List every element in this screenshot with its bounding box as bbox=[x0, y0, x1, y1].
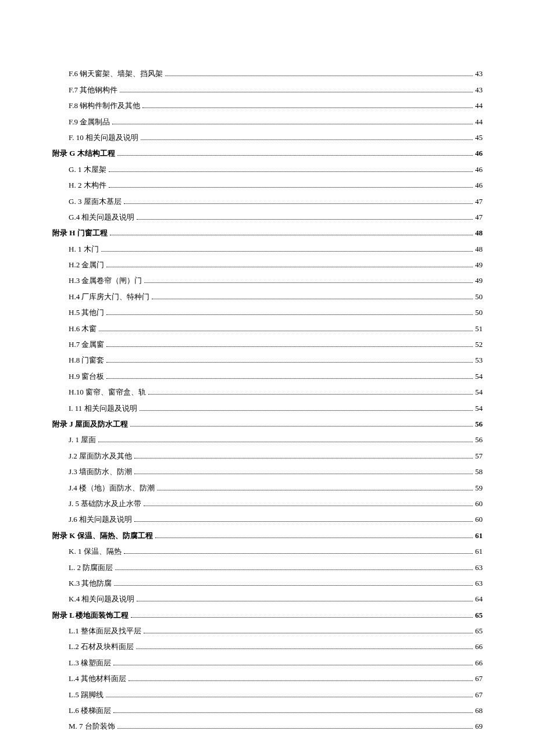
toc-page-number: 56 bbox=[475, 436, 483, 443]
toc-line: L. 2 防腐面层63 bbox=[52, 563, 483, 571]
toc-label: 附录 G 木结构工程 bbox=[52, 149, 115, 157]
toc-line: H.10 窗帘、窗帘盒、轨54 bbox=[52, 388, 483, 396]
toc-page-number: 53 bbox=[475, 356, 483, 364]
toc-line: L.3 橡塑面层66 bbox=[52, 658, 483, 667]
toc-line: K. 1 保温、隔热61 bbox=[52, 547, 483, 556]
toc-label: J.4 楼（地）面防水、防潮 bbox=[69, 484, 155, 492]
toc-label: L.5 踢脚线 bbox=[69, 691, 104, 698]
toc-dots bbox=[106, 341, 473, 347]
toc-line: H.5 其他门50 bbox=[52, 309, 483, 317]
toc-dots bbox=[134, 515, 473, 522]
toc-page-number: 45 bbox=[475, 134, 483, 141]
toc-dots bbox=[130, 420, 473, 427]
toc-line: J.4 楼（地）面防水、防潮59 bbox=[52, 483, 483, 492]
toc-line: M. 7 台阶装饰69 bbox=[52, 722, 483, 730]
toc-page-number: 61 bbox=[475, 547, 483, 555]
toc-label: H.3 金属卷帘（闸）门 bbox=[69, 277, 142, 284]
toc-line: H.4 厂库房大门、特种门50 bbox=[52, 292, 483, 300]
toc-label: H. 2 木构件 bbox=[69, 181, 106, 189]
toc-dots bbox=[137, 213, 473, 220]
toc-line: L.6 楼梯面层68 bbox=[52, 707, 483, 715]
toc-label: F. 10 相关问题及说明 bbox=[69, 134, 138, 141]
toc-dots bbox=[115, 563, 473, 569]
toc-dots bbox=[120, 85, 473, 92]
toc-line: J. 5 基础防水及止水带60 bbox=[52, 500, 483, 508]
toc-label: J. 1 屋面 bbox=[69, 436, 96, 443]
toc-line: J.6 相关问题及说明60 bbox=[52, 515, 483, 524]
toc-dots bbox=[148, 388, 473, 395]
toc-line: F. 10 相关问题及说明45 bbox=[52, 134, 483, 142]
toc-line: F.8 钢构件制作及其他44 bbox=[52, 102, 483, 110]
toc-page-number: 46 bbox=[475, 149, 483, 157]
toc-line: K.4 相关问题及说明64 bbox=[52, 595, 483, 603]
toc-page-number: 46 bbox=[475, 166, 483, 173]
toc-page-number: 49 bbox=[475, 277, 483, 284]
toc-label: F.8 钢构件制作及其他 bbox=[69, 102, 140, 109]
toc-label: G. 3 屋面木基层 bbox=[69, 198, 122, 205]
toc-line: 附录 K 保温、隔热、防腐工程61 bbox=[52, 531, 483, 539]
toc-page-number: 59 bbox=[475, 484, 483, 492]
toc-dots bbox=[110, 229, 473, 235]
toc-label: H.5 其他门 bbox=[69, 309, 104, 316]
toc-label: G. 1 木屋架 bbox=[69, 166, 106, 173]
toc-dots bbox=[106, 690, 473, 697]
toc-dots bbox=[106, 261, 473, 267]
toc-dots bbox=[141, 134, 473, 140]
toc-label: 附录 L 楼地面装饰工程 bbox=[52, 611, 129, 619]
toc-line: I. 11 相关问题及说明54 bbox=[52, 404, 483, 412]
toc-line: G. 1 木屋架46 bbox=[52, 165, 483, 173]
toc-line: 附录 H 门窗工程48 bbox=[52, 229, 483, 237]
toc-dots bbox=[140, 404, 473, 410]
toc-dots bbox=[99, 324, 473, 331]
toc-page-number: 49 bbox=[475, 261, 483, 268]
toc-label: F.6 钢天窗架、墙架、挡风架 bbox=[69, 70, 163, 77]
toc-page-number: 65 bbox=[475, 611, 483, 619]
toc-line: L.4 其他材料面层67 bbox=[52, 675, 483, 683]
toc-dots bbox=[109, 165, 473, 171]
toc-dots bbox=[129, 675, 473, 681]
toc-label: L.2 石材及块料面层 bbox=[69, 643, 134, 650]
toc-line: 附录 J 屋面及防水工程56 bbox=[52, 420, 483, 428]
toc-line: 附录 L 楼地面装饰工程65 bbox=[52, 611, 483, 619]
toc-page-number: 48 bbox=[475, 229, 483, 237]
toc-label: 附录 K 保温、隔热、防腐工程 bbox=[52, 532, 153, 539]
toc-label: J.3 墙面防水、防潮 bbox=[69, 468, 132, 475]
toc-line: H.3 金属卷帘（闸）门49 bbox=[52, 277, 483, 285]
toc-label: H.4 厂库房大门、特种门 bbox=[69, 293, 149, 300]
toc-page-number: 51 bbox=[475, 325, 483, 332]
toc-dots bbox=[106, 372, 473, 378]
toc-label: K.3 其他防腐 bbox=[69, 579, 112, 587]
toc-page-number: 64 bbox=[475, 595, 483, 603]
toc-line: L.2 石材及块料面层66 bbox=[52, 643, 483, 651]
toc-label: H. 1 木门 bbox=[69, 245, 99, 253]
toc-page-number: 67 bbox=[475, 675, 483, 682]
toc-page-number: 47 bbox=[475, 213, 483, 221]
toc-dots bbox=[137, 595, 473, 601]
toc-label: H.7 金属窗 bbox=[69, 341, 104, 348]
toc-label: G.4 相关问题及说明 bbox=[69, 213, 134, 221]
toc-page-number: 66 bbox=[475, 659, 483, 667]
toc-line: J.3 墙面防水、防潮58 bbox=[52, 468, 483, 476]
toc-label: H.9 窗台板 bbox=[69, 372, 104, 380]
toc-container: F.6 钢天窗架、墙架、挡风架43F.7 其他钢构件43F.8 钢构件制作及其他… bbox=[52, 70, 483, 730]
toc-dots bbox=[124, 547, 473, 554]
toc-label: I. 11 相关问题及说明 bbox=[69, 404, 137, 412]
toc-page: F.6 钢天窗架、墙架、挡风架43F.7 其他钢构件43F.8 钢构件制作及其他… bbox=[0, 0, 535, 756]
toc-page-number: 46 bbox=[475, 181, 483, 189]
toc-line: H.9 窗台板54 bbox=[52, 372, 483, 380]
toc-label: 附录 H 门窗工程 bbox=[52, 229, 108, 237]
toc-page-number: 43 bbox=[475, 86, 483, 94]
toc-label: K.4 相关问题及说明 bbox=[69, 595, 134, 603]
toc-label: J. 5 基础防水及止水带 bbox=[69, 500, 141, 507]
toc-dots bbox=[109, 181, 473, 188]
toc-label: J.6 相关问题及说明 bbox=[69, 515, 132, 523]
toc-page-number: 54 bbox=[475, 404, 483, 412]
toc-dots bbox=[101, 245, 473, 251]
toc-label: 附录 J 屋面及防水工程 bbox=[52, 420, 128, 428]
toc-dots bbox=[136, 643, 473, 649]
toc-dots bbox=[134, 468, 473, 474]
toc-page-number: 48 bbox=[475, 245, 483, 253]
toc-label: H.2 金属门 bbox=[69, 261, 104, 268]
toc-dots bbox=[142, 102, 473, 108]
toc-page-number: 44 bbox=[475, 102, 483, 109]
